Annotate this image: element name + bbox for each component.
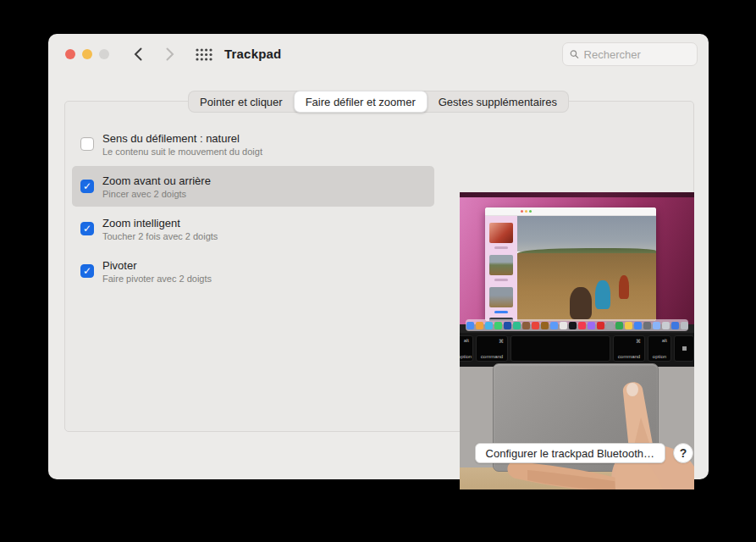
search-icon — [570, 49, 579, 59]
key-arrow — [674, 335, 694, 362]
demo-photo — [517, 216, 656, 321]
setting-title: Pivoter — [102, 259, 212, 272]
photo-thumbnail — [489, 287, 513, 307]
titlebar: Trackpad — [48, 34, 709, 75]
demo-photo-sidebar — [485, 216, 517, 321]
gesture-settings-list: Sens du défilement : naturel Le contenu … — [72, 124, 434, 291]
dock-app-icon — [513, 322, 521, 329]
search-field[interactable] — [562, 42, 698, 66]
setting-row-smart-zoom[interactable]: Zoom intelligent Toucher 2 fois avec 2 d… — [72, 208, 434, 249]
demo-desktop — [460, 197, 694, 324]
dock-app-icon — [606, 322, 614, 329]
dock-app-icon — [522, 322, 530, 329]
zoom-button-disabled — [99, 49, 109, 59]
dock-app-icon — [634, 322, 642, 329]
chevron-right-icon — [166, 47, 174, 61]
dock-app-icon — [569, 322, 577, 329]
dock-app-icon — [541, 322, 549, 329]
dock-app-icon — [578, 322, 586, 329]
forward-button-disabled — [162, 46, 179, 63]
tab-bar: Pointer et cliquer Faire défiler et zoom… — [48, 91, 709, 113]
dock-app-icon — [671, 322, 679, 329]
demo-keyboard: altoption ⌘command ⌘command altoption — [460, 333, 694, 367]
close-button[interactable] — [65, 49, 75, 59]
demo-laptop-body — [460, 367, 694, 489]
key-option-left: altoption — [460, 335, 473, 362]
page-title: Trackpad — [224, 47, 281, 61]
checkbox-smart-zoom[interactable] — [80, 222, 94, 235]
key-command-left: ⌘command — [476, 335, 508, 362]
show-all-grid-icon[interactable] — [196, 48, 212, 64]
trackpad-preferences-window: Trackpad Pointer et cliquer Faire défile… — [48, 34, 709, 479]
key-option-right: altoption — [648, 335, 671, 362]
demo-photos-window — [485, 207, 656, 321]
dock-app-icon — [615, 322, 623, 329]
dock-app-icon — [625, 322, 632, 329]
setting-row-zoom-in-out[interactable]: Zoom avant ou arrière Pincer avec 2 doig… — [72, 166, 434, 207]
minimize-button[interactable] — [82, 49, 92, 59]
setting-subtitle: Toucher 2 fois avec 2 doigts — [102, 231, 218, 241]
setting-row-scroll-direction[interactable]: Sens du défilement : naturel Le contenu … — [72, 124, 434, 164]
dock-app-icon — [504, 322, 511, 329]
help-button[interactable]: ? — [673, 443, 693, 463]
tab-segmented-control: Pointer et cliquer Faire défiler et zoom… — [188, 91, 569, 113]
dock-app-icon — [653, 322, 660, 329]
dock-app-icon — [466, 322, 474, 329]
dock-app-icon — [597, 322, 604, 329]
hand-pinch-gesture — [460, 367, 694, 489]
photo-thumbnail — [489, 223, 513, 243]
dock-app-icon — [494, 322, 502, 329]
dock-app-icon — [485, 322, 493, 329]
configure-bluetooth-trackpad-button[interactable]: Configurer le trackpad Bluetooth… — [475, 443, 665, 463]
dock-app-icon — [532, 322, 539, 329]
demo-traffic-lights — [521, 210, 532, 213]
setting-subtitle: Pincer avec 2 doigts — [102, 189, 211, 199]
setting-subtitle: Le contenu suit le mouvement du doigt — [102, 147, 262, 157]
tab-faire-defiler-et-zoomer[interactable]: Faire défiler et zoomer — [294, 91, 428, 113]
content-panel: Sens du défilement : naturel Le contenu … — [64, 101, 694, 432]
setting-title: Zoom avant ou arrière — [102, 174, 211, 187]
chevron-left-icon — [134, 47, 142, 61]
back-button[interactable] — [130, 46, 146, 63]
setting-row-rotate[interactable]: Pivoter Faire pivoter avec 2 doigts — [72, 251, 434, 291]
dock-app-icon — [588, 322, 595, 329]
key-command-right: ⌘command — [613, 335, 645, 362]
figure-red-jacket — [619, 275, 629, 299]
dock-app-icon — [681, 322, 688, 329]
key-spacebar — [510, 335, 610, 362]
dock-app-icon — [662, 322, 670, 329]
setting-subtitle: Faire pivoter avec 2 doigts — [102, 274, 212, 284]
tab-gestes-supplementaires[interactable]: Gestes supplémentaires — [428, 91, 568, 112]
search-input[interactable] — [584, 48, 690, 61]
setting-title: Zoom intelligent — [102, 217, 218, 230]
dock-app-icon — [476, 322, 483, 329]
checkbox-rotate[interactable] — [80, 264, 94, 278]
dock-app-icon — [550, 322, 558, 329]
demo-dock — [466, 319, 688, 331]
checkbox-zoom-in-out[interactable] — [80, 180, 94, 193]
traffic-lights — [65, 49, 109, 59]
figure-blue-jacket — [595, 280, 610, 309]
setting-title: Sens du défilement : naturel — [102, 132, 262, 145]
photo-thumbnail — [489, 255, 513, 275]
checkbox-scroll-direction[interactable] — [80, 137, 94, 151]
dock-app-icon — [643, 322, 651, 329]
tab-pointer-et-cliquer[interactable]: Pointer et cliquer — [189, 91, 294, 112]
dock-app-icon — [560, 322, 567, 329]
figure-brown-coat — [570, 287, 592, 319]
